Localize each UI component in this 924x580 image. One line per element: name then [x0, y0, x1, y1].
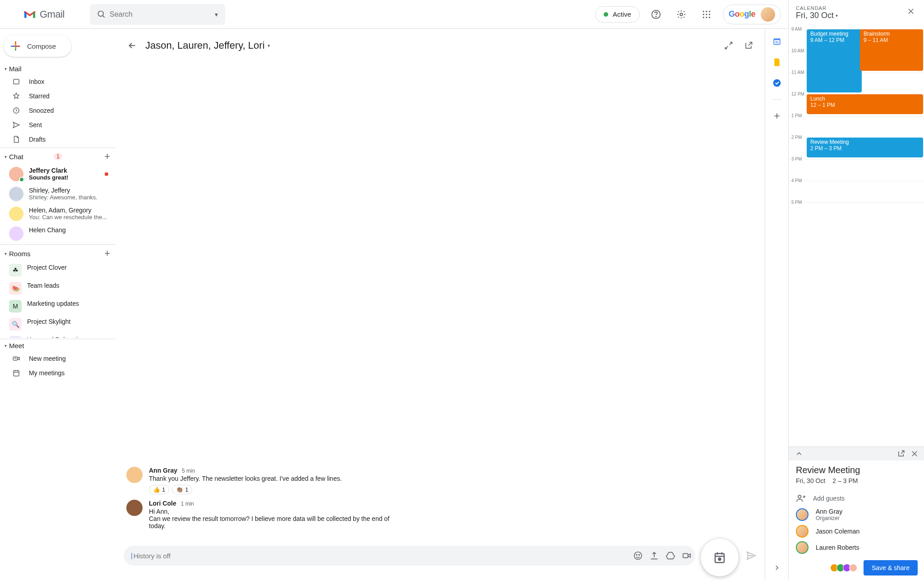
chat-avatar [9, 207, 23, 221]
conversation-title[interactable]: Jason, Lauren, Jeffery, Lori ▾ [145, 40, 270, 51]
apps-grid-button[interactable] [698, 5, 716, 23]
chat-unread-badge: 1 [54, 153, 62, 160]
calendar-event[interactable]: Brainstorm9 – 11 AM [860, 29, 923, 71]
search-icon [93, 10, 110, 19]
event-title: Review Meeting [796, 465, 917, 475]
room-item[interactable]: 🍉Team leads [0, 279, 116, 297]
guest-avatar [796, 508, 808, 521]
meet-new-meeting[interactable]: New meeting [0, 351, 116, 366]
hour-label: 11 AM [791, 70, 804, 75]
nav-starred[interactable]: Starred [0, 89, 116, 103]
upload-button[interactable] [649, 551, 659, 561]
room-avatar: M [9, 300, 22, 313]
calendar-date-picker[interactable]: Fri, 30 Oct ▾ [796, 11, 905, 20]
chat-avatar [9, 167, 23, 181]
message-avatar [126, 500, 143, 516]
room-item[interactable]: 🔍Project Skylight [0, 315, 116, 333]
guest-row[interactable]: Lauren Roberts [789, 539, 924, 556]
drafts-icon [12, 135, 21, 143]
svg-rect-17 [14, 371, 19, 376]
add-guests-button[interactable]: Add guests [789, 488, 924, 506]
collapse-button[interactable] [721, 38, 736, 53]
chat-section-header[interactable]: ▾ Chat 1 + [0, 149, 116, 164]
rail-keep[interactable] [772, 58, 781, 67]
people-icon [796, 493, 806, 503]
message-input[interactable]: | [124, 546, 695, 566]
mail-section-header[interactable]: ▾ Mail [0, 63, 116, 74]
settings-button[interactable] [672, 5, 690, 23]
rail-add[interactable] [772, 111, 781, 120]
svg-text:31: 31 [775, 41, 779, 44]
support-button[interactable] [647, 5, 665, 23]
rail-calendar[interactable]: 31 [772, 37, 781, 46]
svg-point-23 [719, 558, 721, 560]
user-avatar[interactable] [761, 7, 775, 22]
chat-item[interactable]: Shirley, JefferyShirley: Awesome, thanks… [0, 184, 116, 204]
send-button[interactable] [746, 550, 757, 561]
nav-sent[interactable]: Sent [0, 118, 116, 132]
svg-point-12 [706, 17, 707, 18]
new-room-button[interactable]: + [104, 248, 110, 259]
calendar-close-button[interactable] [905, 5, 917, 17]
search-options-dropdown[interactable]: ▾ [211, 11, 222, 18]
caret-down-icon: ▾ [2, 251, 9, 256]
calendar-label: CALENDAR [796, 5, 905, 11]
guest-row[interactable]: Ann GrayOrganizer [789, 506, 924, 523]
event-collapse-button[interactable] [791, 450, 897, 458]
room-item[interactable]: ☘Project Clover [0, 261, 116, 279]
room-item[interactable]: MMarketing updates [0, 297, 116, 315]
calendar-event[interactable]: Lunch12 – 1 PM [807, 94, 923, 114]
account-switcher[interactable]: Google [723, 5, 781, 24]
nav-inbox[interactable]: Inbox [0, 74, 116, 89]
event-open-button[interactable] [897, 450, 905, 458]
guest-avatar [796, 525, 808, 538]
caret-down-icon: ▾ [2, 66, 9, 71]
save-share-button[interactable]: Save & share [864, 560, 918, 575]
rooms-section-header[interactable]: ▾ Rooms + [0, 246, 116, 261]
gmail-logo[interactable]: Gmail [23, 9, 65, 20]
calendar-event[interactable]: Budget meeting9 AM – 12 PM [807, 29, 862, 92]
emoji-button[interactable] [633, 551, 643, 561]
calendar-fab[interactable] [701, 539, 739, 576]
reaction-chip[interactable]: 👍1 [149, 485, 169, 494]
main-menu-button[interactable] [5, 9, 16, 20]
calendar-event[interactable]: Review Meeting2 PM – 3 PM [807, 138, 923, 157]
svg-line-1 [102, 15, 104, 17]
chat-message: Lori Cole1 minHi Ann,Can we review the r… [126, 500, 754, 529]
product-name: Gmail [40, 9, 65, 20]
room-avatar: 🔍 [9, 318, 22, 331]
svg-point-7 [709, 10, 710, 12]
room-item[interactable]: YYoga and Relaxation [0, 333, 116, 338]
rail-tasks[interactable] [772, 78, 781, 87]
event-close-button[interactable] [910, 450, 919, 458]
open-new-window-button[interactable] [741, 38, 756, 53]
chat-item[interactable]: Helen, Adam, GregoryYou: Can we reschedu… [0, 204, 116, 224]
status-chip[interactable]: Active [595, 6, 640, 23]
back-button[interactable] [125, 38, 140, 53]
reaction-chip[interactable]: 👏🏽1 [172, 485, 192, 494]
new-chat-button[interactable]: + [104, 151, 110, 162]
meet-section-header[interactable]: ▾ Meet [0, 340, 116, 351]
video-button[interactable] [682, 551, 692, 561]
search-box[interactable]: ▾ [90, 4, 225, 25]
starred-icon [12, 92, 21, 100]
guest-row[interactable]: Jason Coleman [789, 523, 924, 539]
rail-expand[interactable] [773, 564, 781, 572]
snoozed-icon [12, 106, 21, 115]
search-input[interactable] [110, 10, 211, 18]
svg-point-11 [703, 17, 704, 18]
drive-button[interactable] [665, 551, 675, 561]
message-input-field[interactable] [134, 552, 633, 560]
svg-point-27 [773, 79, 781, 87]
message-avatar [126, 467, 143, 483]
nav-drafts[interactable]: Drafts [0, 132, 116, 147]
chat-item[interactable]: Helen Chang [0, 224, 116, 244]
nav-snoozed[interactable]: Snoozed [0, 103, 116, 118]
compose-button[interactable]: Compose [4, 35, 71, 57]
chat-item[interactable]: Jeffery ClarkSounds great! [0, 164, 116, 184]
sent-icon [12, 121, 21, 129]
caret-down-icon: ▾ [268, 43, 270, 49]
meet-my-meetings[interactable]: My meetings [0, 366, 116, 380]
hour-label: 5 PM [791, 200, 802, 205]
google-logo: Google [729, 9, 755, 19]
